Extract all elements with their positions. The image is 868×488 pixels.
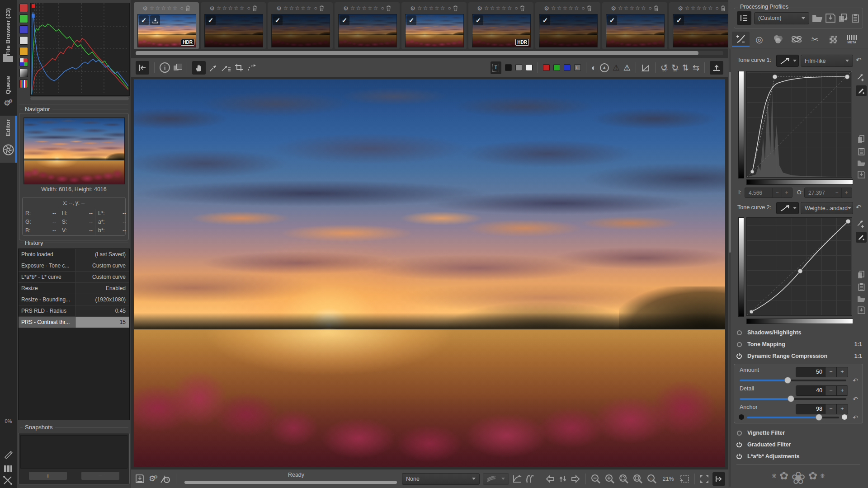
curve-1-save-icon[interactable] [858, 171, 865, 178]
history-row[interactable]: ResizeEnabled [19, 283, 129, 294]
tool-section-header[interactable]: L*a*b* Adjustments [735, 450, 862, 462]
trash-icon[interactable] [587, 5, 592, 11]
remove-snapshot-button[interactable]: − [81, 471, 120, 480]
filmstrip-item[interactable]: ⚙☆☆☆☆☆○✓ [535, 2, 600, 49]
curve-1-edit-button[interactable] [856, 85, 867, 96]
thumbnail[interactable]: ✓ [539, 14, 598, 47]
unrank-icon[interactable]: ○ [649, 5, 652, 11]
reset-curve-2-icon[interactable]: ↶ [856, 203, 862, 211]
apply-profile-gear-icon[interactable]: ⚙ [343, 5, 349, 11]
unrank-icon[interactable]: ○ [716, 5, 719, 11]
add-snapshot-button[interactable]: + [28, 471, 67, 480]
straighten-button[interactable] [247, 64, 257, 72]
power-off-icon[interactable] [735, 330, 744, 335]
bg-black-button[interactable] [505, 64, 512, 71]
increment-button[interactable]: + [836, 367, 848, 377]
slider-track[interactable] [740, 398, 846, 400]
rotate-left-90-button[interactable]: ↺90° [660, 63, 668, 72]
filmstrip-item[interactable]: ⚙☆☆☆☆☆○✓HDR [134, 2, 199, 49]
histogram-green-toggle[interactable] [19, 14, 28, 23]
apply-profile-gear-icon[interactable]: ⚙ [678, 5, 683, 11]
channel-blue-button[interactable] [564, 64, 571, 71]
slider-knob[interactable] [784, 377, 791, 384]
slider-track[interactable] [747, 417, 839, 418]
zoom-fit-button[interactable] [618, 474, 629, 484]
true-color-toggle[interactable]: T [491, 61, 501, 74]
slider-value-spinner[interactable]: 50−+ [796, 367, 848, 377]
curve-2-save-icon[interactable] [858, 306, 865, 314]
processing-params-button[interactable]: ⚙⚙ [149, 475, 156, 483]
snapshots-list[interactable] [20, 435, 127, 469]
decrement-button[interactable]: − [825, 386, 836, 395]
apply-profile-gear-icon[interactable]: ⚙ [410, 5, 415, 11]
unrank-icon[interactable]: ○ [448, 5, 451, 11]
info-button[interactable]: i [160, 62, 170, 73]
tool-section-header[interactable]: Vignette Filter [735, 427, 862, 439]
trash-icon[interactable] [386, 5, 391, 11]
channel-luma-button[interactable]: L [574, 64, 581, 71]
curve-mode-2-select[interactable]: Weighte...andard [801, 202, 853, 214]
crop-button[interactable] [235, 63, 243, 72]
slider-reset-icon[interactable]: ↶ [853, 395, 858, 403]
history-row[interactable]: PRS RLD - Radius0.45 [19, 305, 129, 317]
filmstrip-scrollbar[interactable] [136, 51, 723, 55]
history-row[interactable]: Exposure - Tone c...Custom curve [19, 260, 129, 272]
tab-color[interactable] [769, 32, 787, 47]
curve-2-copy-icon[interactable] [858, 271, 865, 279]
power-on-icon[interactable] [735, 353, 744, 359]
bg-gray-button[interactable] [515, 64, 522, 71]
decrement-button[interactable]: − [825, 404, 836, 414]
channel-green-button[interactable] [553, 64, 560, 71]
main-image[interactable] [134, 79, 725, 467]
unrank-icon[interactable]: ○ [314, 5, 317, 11]
save-image-button[interactable] [136, 474, 144, 483]
fill-mode-button[interactable] [737, 11, 751, 25]
curve-2-picker-icon[interactable] [857, 219, 866, 228]
star-rating[interactable]: ☆☆☆☆☆ [551, 5, 580, 11]
unrank-icon[interactable]: ○ [582, 5, 585, 11]
curve-2-edit-button[interactable] [856, 232, 867, 243]
filmstrip-item[interactable]: ⚙☆☆☆☆☆○✓ [268, 2, 333, 49]
curve-1-load-icon[interactable] [857, 160, 866, 167]
tab-file-browser[interactable]: File Browser (23) [5, 8, 11, 56]
histogram-gradient-toggle[interactable] [19, 69, 28, 77]
tool-panel-scrollbar[interactable] [729, 49, 731, 487]
trash-icon[interactable] [520, 5, 525, 11]
histogram-scrollbar[interactable] [30, 97, 129, 100]
star-rating[interactable]: ☆☆☆☆☆ [484, 5, 513, 11]
show-curve-button[interactable] [512, 474, 522, 483]
power-off-icon[interactable] [735, 342, 744, 347]
tool-section-header[interactable]: Shadows/Highlights [735, 327, 862, 338]
histogram-chroma-toggle[interactable] [19, 47, 28, 56]
star-rating[interactable]: ☆☆☆☆☆ [417, 5, 446, 11]
power-off-icon[interactable] [735, 431, 744, 436]
histogram-blue-toggle[interactable] [19, 25, 28, 34]
trash-icon[interactable] [252, 5, 257, 11]
soft-proof-icon[interactable]: ◐ [591, 64, 596, 72]
tool-section-header[interactable]: Dynamic Range Compression1:1 [735, 350, 862, 362]
save-profile-button[interactable] [826, 14, 835, 23]
zoom-100-button[interactable]: 1:1 [646, 474, 657, 484]
star-rating[interactable]: ☆☆☆☆☆ [150, 5, 179, 11]
thumbnail[interactable]: ✓ [204, 14, 263, 47]
color-picker-button[interactable] [209, 63, 218, 72]
tab-queue[interactable]: Queue [5, 76, 11, 94]
histogram-raw-toggle[interactable] [19, 80, 28, 88]
trash-icon[interactable] [319, 5, 324, 11]
reset-curve-1-icon[interactable]: ↶ [856, 56, 862, 64]
thumbnail[interactable]: ✓HDR [137, 14, 196, 47]
filmstrip-item[interactable]: ⚙☆☆☆☆☆○✓ [401, 2, 467, 49]
decrement-button[interactable]: − [825, 367, 836, 377]
slider-reset-icon[interactable]: ↶ [853, 377, 858, 384]
histogram-mode-toggle[interactable] [19, 58, 28, 66]
trash-icon[interactable] [654, 5, 659, 11]
star-rating[interactable]: ☆☆☆☆☆ [685, 5, 714, 11]
curve-2-load-icon[interactable] [857, 295, 866, 302]
gamut-check-icon[interactable]: ▲ [600, 63, 609, 72]
tab-editor[interactable]: Editor [5, 119, 11, 136]
tools-icon[interactable] [3, 475, 13, 485]
tab-advanced[interactable] [788, 32, 805, 47]
curve-1-copy-icon[interactable] [858, 135, 865, 143]
highlight-clip-warning-icon[interactable]: ⚠ [623, 64, 631, 72]
curve-mode-1-select[interactable]: Film-like [801, 55, 853, 67]
